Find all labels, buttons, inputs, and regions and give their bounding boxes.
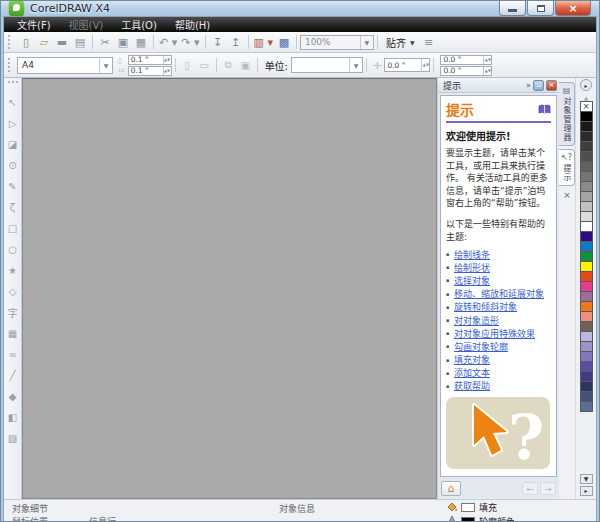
- fill-status-row: 填充: [446, 501, 515, 514]
- spinner-icon[interactable]: ▲▼: [483, 67, 491, 75]
- options-button[interactable]: ≡: [420, 34, 438, 51]
- blend-tool[interactable]: ∞: [5, 344, 21, 365]
- object-manager-icon: ▤: [563, 86, 571, 95]
- copy-button[interactable]: ▣: [114, 34, 132, 51]
- menu-item[interactable]: 文件(F): [8, 17, 60, 32]
- page-height-field[interactable]: 0.1 " ▲▼: [128, 66, 172, 76]
- hint-topic-link[interactable]: 获取帮助: [454, 379, 490, 392]
- redo-button[interactable]: ↷ ▾: [179, 34, 201, 51]
- import-button[interactable]: ↧: [209, 34, 227, 51]
- spinner-icon[interactable]: ▲▼: [421, 59, 429, 71]
- landscape-mini-icon: ▭: [118, 66, 125, 74]
- paste-button[interactable]: ▦: [132, 34, 150, 51]
- tab-object-manager[interactable]: ▤ 对象管理器: [559, 82, 575, 146]
- docker-collapse-icon[interactable]: »: [526, 81, 531, 90]
- property-bar-grip[interactable]: [8, 58, 13, 72]
- duplicate-y-field[interactable]: 0.0 " ▲▼: [440, 66, 492, 76]
- smart-drawing-tool[interactable]: ζ: [5, 197, 21, 218]
- menu-item[interactable]: 帮助(H): [166, 17, 219, 32]
- paper-orientation-icons: ▯ ▭: [118, 57, 125, 74]
- current-page-button[interactable]: ▣: [237, 58, 254, 73]
- save-button[interactable]: ▬: [53, 34, 71, 51]
- basic-shapes-tool[interactable]: ◇: [5, 281, 21, 302]
- toolbox-grip[interactable]: [8, 81, 18, 89]
- hints-intro-text: 要显示主题，请单击某个工具，或用工具来执行操作。 有关活动工具的更多信息，请单击…: [446, 147, 551, 210]
- polygon-tool[interactable]: ★: [5, 260, 21, 281]
- zoom-tool[interactable]: ⊙: [5, 155, 21, 176]
- print-button[interactable]: ▤: [71, 34, 89, 51]
- palette-expand-button[interactable]: ▸: [580, 486, 593, 496]
- application-launcher-button[interactable]: ▥ ▾: [252, 34, 275, 51]
- hints-forward-button[interactable]: →: [540, 482, 556, 495]
- hint-topic-link[interactable]: 对对象应用特殊效果: [454, 327, 535, 340]
- docker-close-button[interactable]: ×: [546, 80, 557, 91]
- hint-topic-link[interactable]: 对对象造形: [454, 314, 499, 327]
- heading-divider: [446, 121, 551, 123]
- spinner-icon[interactable]: ▲▼: [483, 56, 491, 64]
- palette-flyout-button[interactable]: ▸: [580, 79, 592, 91]
- bullet-icon: ▪: [446, 264, 454, 270]
- spinner-icon[interactable]: ▲▼: [163, 56, 171, 64]
- menu-item[interactable]: 工具(O): [112, 17, 166, 32]
- fill-tool[interactable]: ◧: [5, 407, 21, 428]
- hints-topics-label: 以下是一些特别有帮助的主题:: [446, 217, 551, 243]
- help-book-icon[interactable]: [538, 100, 551, 119]
- freehand-tool[interactable]: ✎: [5, 176, 21, 197]
- hints-back-button[interactable]: ←: [522, 482, 538, 495]
- pick-tool[interactable]: ↖: [5, 92, 21, 113]
- maximize-button[interactable]: [527, 1, 554, 16]
- outline-color-swatch[interactable]: [461, 517, 475, 522]
- paper-size-combo[interactable]: A4 ▼: [17, 57, 113, 74]
- color-swatch[interactable]: [580, 401, 593, 412]
- hint-topic-link[interactable]: 旋转和倾斜对象: [454, 300, 517, 313]
- drawing-canvas[interactable]: [22, 78, 437, 499]
- undo-button[interactable]: ↶ ▾: [157, 34, 179, 51]
- hint-topic-link[interactable]: 绘制线条: [454, 248, 490, 261]
- hint-topic-link[interactable]: 选择对象: [454, 274, 490, 287]
- status-bar: 对象细节 对象信息 鼠标位置 信息行 填充 轮廓颜色: [4, 499, 596, 522]
- outline-pen-tool[interactable]: ◆: [5, 386, 21, 407]
- hint-topic-link[interactable]: 填充对象: [454, 353, 490, 366]
- hints-nav-buttons: ← →: [522, 482, 556, 495]
- portrait-button[interactable]: ▯: [179, 58, 196, 73]
- table-tool[interactable]: ▦: [5, 323, 21, 344]
- spinner-icon[interactable]: ▲▼: [163, 67, 171, 75]
- text-tool[interactable]: 字: [5, 302, 21, 323]
- docker-tab-close-icon[interactable]: ×: [559, 190, 575, 200]
- hint-topic-link[interactable]: 移动、缩放和延展对象: [454, 287, 544, 300]
- hint-topic-link[interactable]: 勾画对象轮廓: [454, 340, 508, 353]
- duplicate-x-field[interactable]: 0.0 " ▲▼: [440, 55, 492, 65]
- eyedropper-tool[interactable]: ╱: [5, 365, 21, 386]
- topic-link-row: ▪ 勾画对象轮廓: [446, 340, 551, 353]
- fill-color-swatch[interactable]: [461, 503, 475, 512]
- cut-button[interactable]: ✂: [96, 34, 114, 51]
- snap-to-button[interactable]: 贴齐 ▼: [381, 34, 420, 51]
- nudge-offset-icon: ✛: [373, 60, 381, 71]
- docker-float-button[interactable]: ▫: [533, 80, 544, 91]
- new-document-button[interactable]: ▯: [17, 34, 35, 51]
- units-combo[interactable]: ▼: [291, 57, 363, 73]
- tab-hints[interactable]: ↖? 提示: [559, 149, 575, 186]
- rectangle-tool[interactable]: □: [5, 218, 21, 239]
- hint-topic-link[interactable]: 绘制形状: [454, 261, 490, 274]
- page-width-field[interactable]: 0.1 " ▲▼: [128, 55, 172, 65]
- zoom-level-combo[interactable]: 100% ▼: [300, 35, 374, 50]
- minimize-button[interactable]: [499, 1, 526, 16]
- export-button[interactable]: ↥: [227, 34, 245, 51]
- crop-tool[interactable]: ◪: [5, 134, 21, 155]
- open-button[interactable]: ▱: [35, 34, 53, 51]
- status-object-info: 对象信息: [279, 502, 315, 515]
- landscape-button[interactable]: ▭: [196, 58, 213, 73]
- all-pages-button[interactable]: ⧉: [220, 58, 237, 73]
- welcome-screen-button[interactable]: ▩: [275, 34, 293, 51]
- shape-tool[interactable]: ▷: [5, 113, 21, 134]
- hints-home-button[interactable]: ⌂: [441, 481, 461, 496]
- toolbar-separator: [153, 35, 154, 49]
- close-button[interactable]: ×: [555, 1, 591, 16]
- nudge-offset-field[interactable]: 0.0 " ▲▼: [384, 58, 430, 72]
- palette-scroll-down-button[interactable]: ▼: [580, 474, 593, 484]
- toolbar-grip[interactable]: [8, 35, 13, 49]
- hint-topic-link[interactable]: 添加文本: [454, 366, 490, 379]
- ellipse-tool[interactable]: ○: [5, 239, 21, 260]
- interactive-fill-tool[interactable]: ▨: [5, 428, 21, 449]
